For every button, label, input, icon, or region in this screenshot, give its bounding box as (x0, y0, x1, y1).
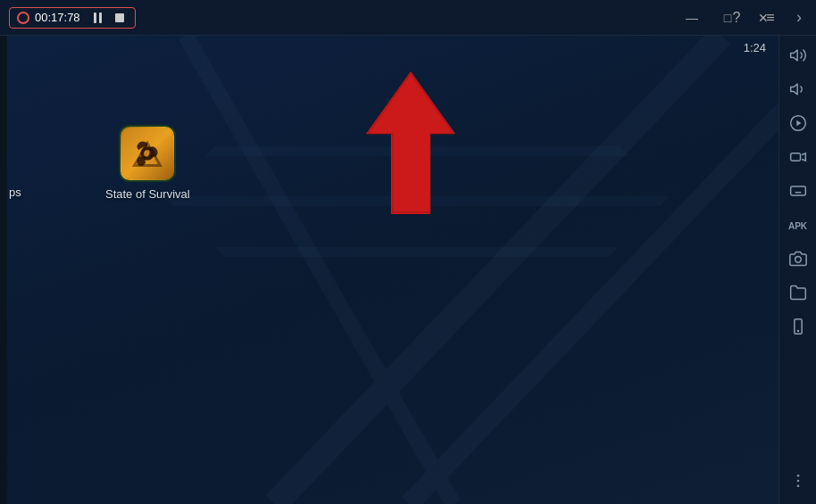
title-bar-left: 00:17:78 (9, 7, 136, 29)
arrow-container (357, 71, 464, 218)
content-area: 1:24 ps (7, 36, 779, 504)
screenshot-icon (789, 250, 807, 271)
bg-pattern (7, 36, 779, 504)
recording-badge[interactable]: 00:17:78 (9, 7, 136, 29)
apk-install-button[interactable]: APK (782, 211, 814, 243)
svg-marker-10 (796, 120, 801, 127)
folder-button[interactable] (782, 278, 814, 310)
left-strip (0, 36, 7, 504)
recording-timer: 00:17:78 (35, 11, 80, 24)
apps-label: ps (9, 186, 21, 199)
title-bar: 00:17:78 ? ≡ — □ ✕ › (0, 0, 816, 36)
volume-low-button[interactable] (782, 75, 814, 107)
right-sidebar: APK (779, 36, 816, 504)
app-icon (119, 125, 176, 182)
svg-rect-11 (790, 153, 800, 161)
svg-point-21 (796, 475, 799, 477)
timestamp: 1:24 (744, 41, 766, 54)
folder-icon (789, 284, 807, 305)
stop-icon (115, 13, 124, 22)
svg-marker-7 (366, 71, 455, 214)
stop-recording-button[interactable] (112, 10, 128, 26)
main-layout: 1:24 ps (0, 36, 816, 504)
close-button[interactable]: ✕ (746, 0, 780, 36)
pause-recording-button[interactable] (91, 10, 107, 26)
app-icon-container[interactable]: State of Survival (105, 125, 190, 201)
svg-line-1 (409, 36, 779, 504)
video-record-icon (789, 148, 807, 169)
back-button[interactable]: › (782, 0, 816, 36)
video-record-button[interactable] (782, 143, 814, 175)
more-button[interactable] (782, 467, 814, 499)
svg-line-0 (275, 36, 721, 504)
device-button[interactable] (782, 312, 814, 344)
macro-button[interactable] (782, 177, 814, 209)
recording-controls (91, 10, 128, 26)
macro-icon (789, 182, 807, 203)
svg-point-23 (796, 485, 799, 488)
svg-point-18 (795, 257, 801, 263)
app-icon-inner (121, 127, 174, 180)
maximize-button[interactable]: □ (711, 0, 745, 36)
window-controls: — □ ✕ › (675, 0, 816, 36)
recording-circle-icon (17, 12, 29, 24)
app-icon-graphic (121, 128, 173, 179)
svg-marker-8 (368, 73, 454, 212)
app-label: State of Survival (105, 187, 190, 201)
more-icon (789, 472, 807, 493)
device-icon (789, 318, 807, 339)
apk-text-icon: APK (788, 222, 807, 231)
svg-point-22 (796, 480, 799, 483)
play-icon (789, 114, 807, 136)
minimize-button[interactable]: — (675, 0, 709, 36)
volume-high-button[interactable] (782, 41, 814, 73)
volume-low-icon (789, 80, 807, 102)
background-decor (7, 36, 779, 504)
pause-icon (94, 12, 104, 23)
svg-rect-12 (790, 186, 805, 195)
play-button[interactable] (782, 109, 814, 141)
red-arrow (357, 71, 464, 214)
svg-line-2 (186, 36, 454, 504)
volume-high-icon (789, 46, 807, 68)
screenshot-button[interactable] (782, 244, 814, 277)
